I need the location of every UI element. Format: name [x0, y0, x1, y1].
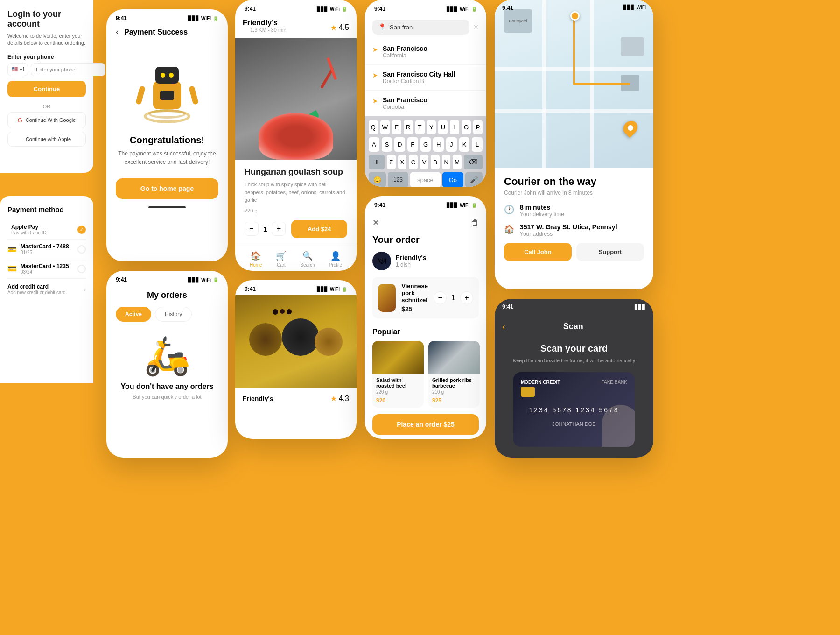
- payment-item-left-2: 💳 MasterCard • 7488 01/25: [7, 243, 69, 255]
- food2-signal: ▊▊▊: [317, 287, 328, 292]
- key-n[interactable]: N: [442, 155, 451, 169]
- soup-bowl: [259, 113, 333, 160]
- key-q[interactable]: Q: [369, 120, 378, 134]
- key-o[interactable]: O: [462, 120, 471, 134]
- mc1235-radio[interactable]: [77, 265, 86, 273]
- key-j[interactable]: J: [446, 137, 457, 152]
- key-y[interactable]: Y: [427, 120, 436, 134]
- keyboard-row-4: 😊 123 space Go 🎤: [369, 172, 483, 187]
- tab-active[interactable]: Active: [116, 307, 151, 322]
- country-selector[interactable]: 🇺🇸 +1: [7, 63, 28, 76]
- payment-item-left-3: 💳 MasterCard • 1235 03/24: [7, 263, 69, 275]
- courier-map-statusbar: 9:41 ▊▊▊ WiFi: [495, 0, 653, 16]
- bottom-nav: 🏠 Home 🛒 Cart 🔍 Search 👤 Profile: [235, 246, 357, 271]
- key-numbers[interactable]: 123: [388, 172, 408, 187]
- food2-time: 9:41: [245, 286, 256, 292]
- key-f[interactable]: F: [407, 137, 418, 152]
- payment-item-mc1235[interactable]: 💳 MasterCard • 1235 03/24: [7, 259, 86, 279]
- key-e[interactable]: E: [392, 120, 401, 134]
- credit-card-visual: MODERN CREDIT FAKE BANK 1234 5678 1234 5…: [513, 372, 635, 447]
- key-g[interactable]: G: [420, 137, 431, 152]
- key-mic[interactable]: 🎤: [465, 172, 483, 187]
- key-k[interactable]: K: [459, 137, 470, 152]
- mc7488-radio[interactable]: [77, 245, 86, 254]
- support-button[interactable]: Support: [576, 243, 644, 261]
- key-t[interactable]: T: [415, 120, 425, 134]
- key-x[interactable]: X: [398, 155, 407, 169]
- key-h[interactable]: H: [433, 137, 444, 152]
- order-delete-button[interactable]: 🗑: [471, 219, 479, 227]
- key-i[interactable]: I: [450, 120, 459, 134]
- order-close-button[interactable]: ✕: [372, 218, 379, 228]
- result-nav-icon-2: ➤: [372, 71, 378, 79]
- go-home-button[interactable]: Go to home page: [116, 178, 218, 199]
- add-card-chevron: ›: [84, 286, 86, 293]
- payment-success-title: Payment Success: [124, 28, 188, 36]
- apple-signin-button[interactable]: Continue with Apple: [7, 132, 86, 147]
- back-button[interactable]: ‹: [116, 27, 119, 37]
- scan-back-button[interactable]: ‹: [502, 321, 505, 332]
- search-result-sf[interactable]: ➤ San Francisco California: [365, 39, 486, 64]
- key-w[interactable]: W: [380, 120, 390, 134]
- tab-history[interactable]: History: [155, 307, 192, 322]
- key-space[interactable]: space: [410, 172, 441, 187]
- key-u[interactable]: U: [438, 120, 448, 134]
- food2-status-bar: 9:41 ▊▊▊ WiFi 🔋: [235, 280, 357, 295]
- food-title: Hungarian goulash soup: [245, 167, 347, 177]
- popular-card-2[interactable]: Grilled pork ribs barbecue 210 g $25: [428, 341, 480, 408]
- result-region-3: Cordoba: [383, 104, 427, 110]
- time-display: 9:41: [116, 15, 127, 21]
- key-b[interactable]: B: [431, 155, 440, 169]
- plate-1: [249, 323, 282, 356]
- key-shift[interactable]: ⬆: [369, 155, 385, 169]
- key-p[interactable]: P: [473, 120, 483, 134]
- payment-item-applepay[interactable]: Apple Pay Pay with Face ID: [7, 220, 86, 240]
- cart-nav-icon: 🛒: [276, 251, 286, 261]
- key-s[interactable]: S: [382, 137, 392, 152]
- key-d[interactable]: D: [394, 137, 405, 152]
- add-card-row[interactable]: Add credit card Add new credit or debit …: [7, 279, 86, 300]
- scan-time: 9:41: [502, 303, 513, 310]
- orders-wifi: WiFi: [201, 277, 211, 282]
- order-decrease-qty[interactable]: −: [434, 291, 447, 304]
- place-order-button[interactable]: Place an order $25: [372, 414, 479, 435]
- mc7488-sub: 01/25: [21, 250, 69, 255]
- clear-search-button[interactable]: ✕: [473, 23, 479, 31]
- key-emoji[interactable]: 😊: [369, 172, 386, 187]
- empty-orders-area: 🛵 You don't have any orders But you can …: [106, 329, 228, 405]
- search-result-sfch[interactable]: ➤ San Francisco City Hall Doctor Carlton…: [365, 65, 486, 90]
- phone-input[interactable]: [31, 63, 105, 76]
- nav-home[interactable]: 🏠 Home: [250, 251, 262, 268]
- call-courier-button[interactable]: Call John: [504, 243, 572, 261]
- google-signin-button[interactable]: G Continue With Google: [7, 112, 86, 128]
- key-v[interactable]: V: [420, 155, 429, 169]
- payment-item-mc7488[interactable]: 💳 MasterCard • 7488 01/25: [7, 240, 86, 259]
- key-go[interactable]: Go: [442, 172, 463, 187]
- nav-search[interactable]: 🔍 Search: [300, 251, 315, 268]
- key-r[interactable]: R: [404, 120, 413, 134]
- decrease-qty-button[interactable]: −: [245, 222, 259, 236]
- key-z[interactable]: Z: [387, 155, 396, 169]
- address-value: 3517 W. Gray St. Utica, Pennsyl: [520, 223, 617, 231]
- key-delete[interactable]: ⌫: [464, 155, 483, 169]
- key-c[interactable]: C: [409, 155, 418, 169]
- popular-card-1[interactable]: Salad with roasted beef 220 g $20: [372, 341, 424, 408]
- popular-items-list: Salad with roasted beef 220 g $20 Grille…: [365, 341, 486, 408]
- orders-battery: 🔋: [213, 277, 218, 282]
- courier-action-buttons: Call John Support: [504, 243, 644, 261]
- nav-cart[interactable]: 🛒 Cart: [276, 251, 286, 268]
- order-restaurant-name: Friendly's: [396, 254, 427, 261]
- search-result-sfc[interactable]: ➤ San Francisco Cordoba: [365, 91, 486, 116]
- continue-button[interactable]: Continue: [7, 81, 86, 97]
- nav-profile[interactable]: 👤 Profile: [329, 251, 342, 268]
- search-field[interactable]: 📍 San fran: [372, 20, 469, 35]
- add-to-cart-button[interactable]: Add $24: [291, 220, 347, 238]
- key-l[interactable]: L: [472, 137, 483, 152]
- orders-status-icons: ▊▊▊ WiFi 🔋: [188, 277, 218, 282]
- order-increase-qty[interactable]: +: [460, 291, 473, 304]
- key-a[interactable]: A: [369, 137, 379, 152]
- search-status-bar: 9:41 ▊▊▊ WiFi 🔋: [365, 0, 486, 15]
- applepay-radio[interactable]: [77, 226, 86, 234]
- increase-qty-button[interactable]: +: [272, 222, 286, 236]
- key-m[interactable]: M: [453, 155, 462, 169]
